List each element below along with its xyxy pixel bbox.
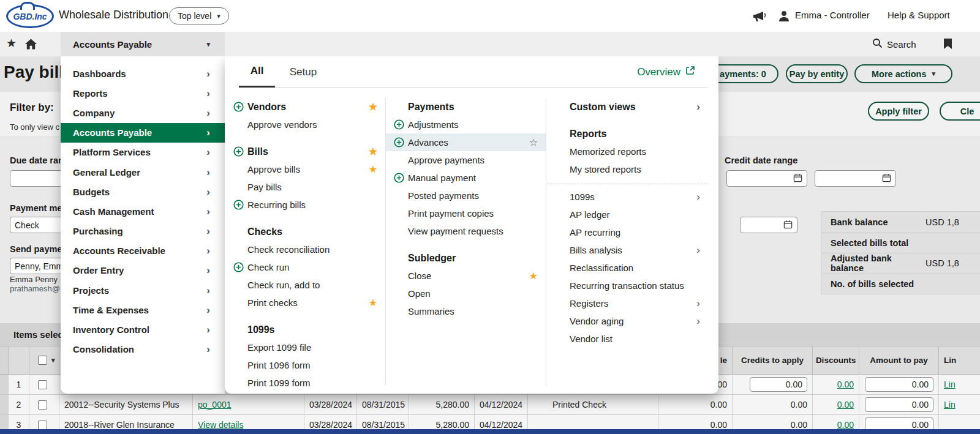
add-new-icon[interactable] (233, 102, 244, 112)
favorite-star-icon[interactable]: ★ (369, 163, 377, 176)
menu-item-recurring-transaction-status[interactable]: Recurring transaction status (557, 277, 709, 294)
menu-item-ap-ledger[interactable]: AP ledger (557, 206, 709, 223)
menu-item-view-payment-requests[interactable]: View payment requests (385, 222, 546, 240)
company-logo[interactable]: GBD.Inc (6, 4, 54, 28)
menu-item-check-run-add-to[interactable]: Check run, add to (225, 276, 385, 294)
row-checkbox[interactable] (38, 380, 47, 389)
entity-selector[interactable]: Top level ▾ (169, 7, 229, 24)
calendar-icon[interactable] (783, 220, 793, 231)
sidebar-item-accounts-payable[interactable]: Accounts Payable› (61, 123, 225, 143)
amount-to-pay-input[interactable]: 0.00 (865, 397, 933, 412)
add-new-icon[interactable] (394, 137, 404, 148)
menu-item-bills-analysis[interactable]: Bills analysis› (557, 241, 709, 259)
menu-item-my-stored-reports[interactable]: My stored reports (557, 160, 709, 178)
menu-item-manual-payment[interactable]: Manual payment (385, 169, 546, 187)
credit-date-from-input[interactable] (726, 170, 807, 187)
menu-item-export-1099-file[interactable]: Export 1099 file (225, 339, 385, 356)
menu-item-check-reconciliation[interactable]: Check reconciliation (225, 241, 385, 258)
menu-item-print-1096-form[interactable]: Print 1096 form (225, 356, 385, 374)
header-discounts[interactable]: Discounts (813, 346, 859, 374)
menu-item-approve-payments[interactable]: Approve payments (385, 151, 546, 169)
menu-item-print-checks[interactable]: Print checks★ (225, 294, 385, 312)
tab-setup[interactable]: Setup (286, 56, 320, 88)
row-checkbox[interactable] (38, 400, 47, 410)
menu-item-1099s[interactable]: 1099s› (557, 188, 709, 206)
menu-item-check-run[interactable]: Check run (225, 258, 385, 276)
menu-item-custom-views[interactable]: Custom views› (557, 98, 709, 116)
tab-all[interactable]: All (239, 56, 275, 88)
as-of-date-input[interactable] (740, 217, 797, 233)
sidebar-item-platform-services[interactable]: Platform Services› (61, 143, 225, 162)
menu-item-adjustments[interactable]: Adjustments (385, 116, 546, 133)
clear-filter-button[interactable]: Cle (940, 102, 980, 121)
menu-item-summaries[interactable]: Summaries (385, 302, 546, 320)
more-actions-button[interactable]: More actions ▾ (854, 64, 952, 83)
due-date-from-input[interactable] (10, 170, 69, 187)
menu-item-advances[interactable]: Advances☆ (385, 133, 546, 151)
favorite-star-icon[interactable]: ★ (369, 100, 377, 114)
pay-by-entity-button[interactable]: Pay by entity (786, 64, 848, 83)
menu-item-print-payment-copies[interactable]: Print payment copies (385, 204, 546, 222)
sidebar-item-consolidation[interactable]: Consolidation› (61, 340, 225, 359)
home-icon[interactable] (24, 38, 37, 53)
sidebar-item-projects[interactable]: Projects› (61, 280, 225, 300)
sidebar-item-dashboards[interactable]: Dashboards› (61, 64, 225, 83)
add-new-icon[interactable] (394, 173, 404, 183)
credits-to-apply-input[interactable]: 0.00 (750, 377, 807, 392)
menu-item-checks[interactable]: Checks (225, 223, 385, 241)
menu-item-subledger[interactable]: Subledger (385, 249, 546, 267)
discounts-link[interactable]: 0.00 (837, 380, 854, 389)
row-details-link[interactable]: View details (198, 420, 243, 430)
menu-item-registers[interactable]: Registers› (557, 294, 709, 312)
user-icon[interactable] (778, 10, 790, 24)
bookmark-icon[interactable] (943, 38, 952, 52)
menu-item-bills[interactable]: Bills★ (225, 143, 385, 160)
line-details-link[interactable]: Lin (944, 400, 956, 410)
sidebar-item-order-entry[interactable]: Order Entry› (61, 261, 225, 280)
bottom-scrollbar[interactable] (0, 429, 980, 434)
menu-item-approve-vendors[interactable]: Approve vendors (225, 116, 385, 133)
amount-to-pay-input[interactable]: 0.00 (865, 377, 933, 392)
row-checkbox[interactable] (38, 421, 47, 430)
menu-item-memorized-reports[interactable]: Memorized reports (557, 143, 709, 160)
menu-item-approve-bills[interactable]: Approve bills★ (225, 160, 385, 178)
menu-item-close[interactable]: Close★ (385, 267, 546, 285)
add-new-icon[interactable] (233, 146, 244, 157)
menu-item-reports[interactable]: Reports (557, 125, 709, 143)
menu-item-vendors[interactable]: Vendors★ (225, 98, 385, 116)
favorites-star-icon[interactable]: ★ (6, 36, 17, 50)
menu-item-vendor-list[interactable]: Vendor list (557, 330, 709, 348)
sidebar-item-reports[interactable]: Reports› (61, 83, 225, 103)
menu-item-posted-payments[interactable]: Posted payments (385, 187, 546, 204)
favorite-star-icon[interactable]: ★ (369, 296, 377, 310)
user-name[interactable]: Emma - Controller (795, 10, 870, 20)
apply-filter-button[interactable]: Apply filter (868, 102, 929, 121)
menu-item-payments[interactable]: Payments (385, 98, 546, 116)
sidebar-item-purchasing[interactable]: Purchasing› (61, 222, 225, 241)
header-amount-to-pay[interactable]: Amount to pay (859, 346, 939, 374)
help-support-link[interactable]: Help & Support (888, 10, 950, 20)
payment-method-select[interactable]: Check (10, 217, 69, 233)
sidebar-item-time-expenses[interactable]: Time & Expenses› (61, 300, 225, 320)
add-new-icon[interactable] (233, 262, 244, 272)
menu-item-print-1099-form[interactable]: Print 1099 form (225, 374, 385, 392)
calendar-icon[interactable] (793, 173, 802, 184)
select-all-checkbox[interactable] (38, 356, 47, 365)
add-new-icon[interactable] (394, 119, 404, 130)
sidebar-item-general-ledger[interactable]: General Ledger› (61, 162, 225, 182)
calendar-icon[interactable] (882, 173, 891, 184)
sidebar-item-accounts-receivable[interactable]: Accounts Receivable› (61, 241, 225, 261)
row-details-link[interactable]: po_0001 (198, 400, 232, 410)
send-payments-from-select[interactable]: Penny, Emm (10, 258, 69, 274)
add-new-icon[interactable] (233, 200, 244, 210)
favorite-star-icon[interactable]: ★ (369, 145, 377, 159)
module-selector-accounts-payable[interactable]: Accounts Payable ▾ (61, 32, 225, 56)
discounts-link[interactable]: 0.00 (837, 400, 854, 410)
sidebar-item-company[interactable]: Company› (61, 103, 225, 122)
search-button[interactable]: Search (872, 32, 916, 56)
menu-item-vendor-aging[interactable]: Vendor aging› (557, 312, 709, 330)
menu-item-pay-bills[interactable]: Pay bills (225, 178, 385, 196)
favorite-star-icon[interactable]: ★ (529, 269, 538, 283)
credit-date-to-input[interactable] (815, 170, 896, 187)
sidebar-item-inventory-control[interactable]: Inventory Control› (61, 320, 225, 339)
